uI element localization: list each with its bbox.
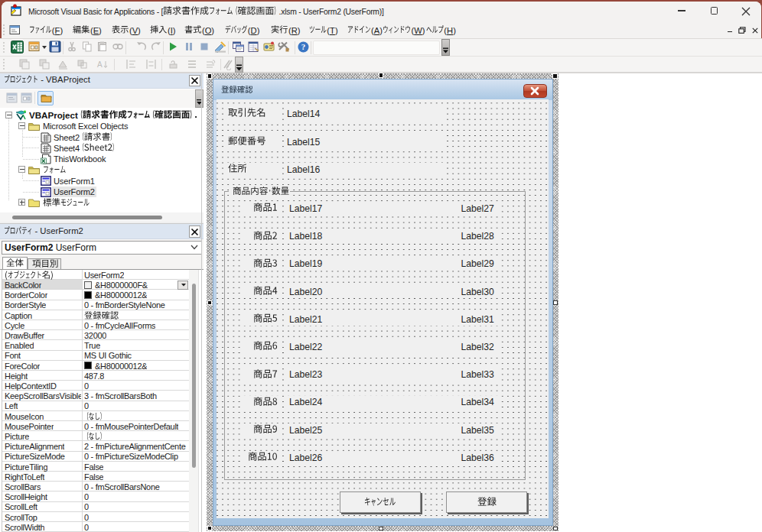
svg-text:?: ? bbox=[301, 42, 306, 51]
svg-text:A: A bbox=[97, 60, 103, 69]
